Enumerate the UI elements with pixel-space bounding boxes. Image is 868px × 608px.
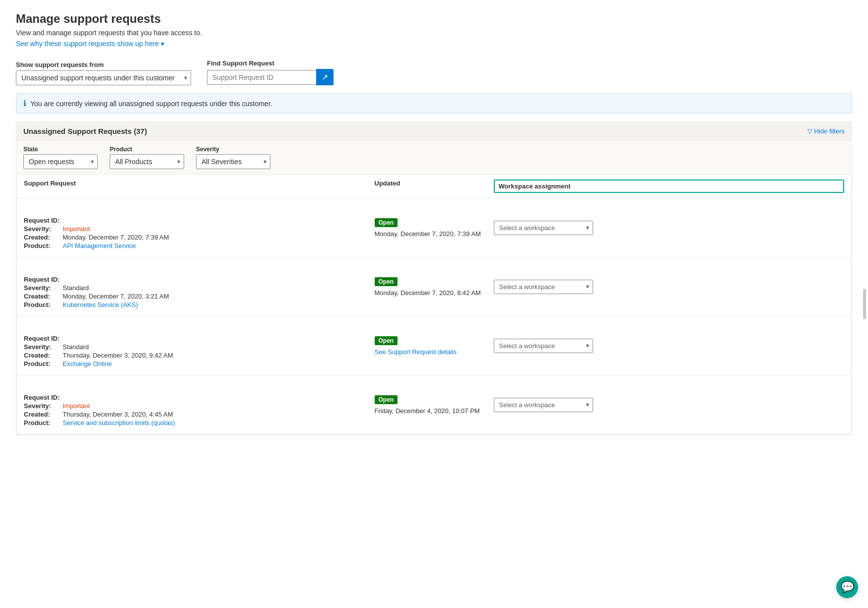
page-title: Manage support requests: [16, 12, 852, 26]
find-support-label: Find Support Request: [207, 60, 334, 67]
requests-table: Support Request Updated Workspace assign…: [16, 175, 852, 435]
table-row: ████████████████████████████████████████…: [17, 375, 851, 434]
workspace-cell: Select a workspace ▾: [494, 221, 845, 235]
request-title[interactable]: ████████████████████: [24, 323, 375, 331]
see-why-link[interactable]: See why these support requests show up h…: [16, 40, 164, 48]
info-icon: ℹ: [23, 99, 26, 108]
request-meta: Request ID: ████████████ Severity: Impor…: [24, 216, 375, 250]
request-title[interactable]: ██████████████████████████: [24, 205, 375, 213]
workspace-select[interactable]: Select a workspace: [494, 398, 593, 412]
filters-row: State Open requests ▾ Product All Produc…: [16, 141, 852, 175]
status-badge: Open: [375, 218, 398, 227]
info-banner-text: You are currently viewing all unassigned…: [30, 100, 272, 108]
updated-cell: Open Friday, December 4, 2020, 10:07 PM: [375, 395, 494, 415]
find-support-group: Find Support Request ↗: [207, 60, 334, 85]
request-meta: Request ID: ████████████ Severity: Stand…: [24, 275, 375, 309]
updated-cell: Open Monday, December 7, 2020, 7:39 AM: [375, 218, 494, 238]
product-filter-select[interactable]: All Products: [110, 154, 184, 169]
support-request-col-header: Support Request: [24, 180, 375, 193]
request-meta: Request ID: ████████████ Severity: Stand…: [24, 334, 375, 368]
filter-icon: ▽: [807, 127, 812, 135]
request-title[interactable]: ████████████████████████████████████████…: [24, 382, 375, 390]
hide-filters-button[interactable]: ▽ Hide filters: [807, 127, 845, 135]
table-row: ██████████████████████████ Request ID: █…: [17, 198, 851, 257]
severity-filter-wrapper: All Severities ▾: [196, 154, 270, 169]
state-filter-select[interactable]: Open requests: [23, 154, 98, 169]
show-filter-group: Show support requests from Unassigned su…: [16, 61, 191, 85]
find-support-button[interactable]: ↗: [316, 69, 334, 85]
status-badge: Open: [375, 395, 398, 404]
request-title[interactable]: ████████████████████████████████████████…: [24, 264, 375, 272]
info-banner: ℹ You are currently viewing all unassign…: [16, 93, 852, 114]
request-info-cell: ██████████████████████████ Request ID: █…: [24, 205, 375, 250]
product-filter-item: Product All Products ▾: [110, 146, 184, 169]
workspace-select[interactable]: Select a workspace: [494, 280, 593, 294]
state-filter-item: State Open requests ▾: [23, 146, 98, 169]
table-header: Support Request Updated Workspace assign…: [17, 175, 851, 198]
workspace-cell: Select a workspace ▾: [494, 398, 845, 412]
state-filter-wrapper: Open requests ▾: [23, 154, 98, 169]
show-filter-wrapper: Unassigned support requests under this c…: [16, 70, 191, 85]
table-section: Unassigned Support Requests (37) ▽ Hide …: [16, 122, 852, 435]
request-info-cell: ████████████████████ Request ID: ███████…: [24, 323, 375, 368]
product-filter-label: Product: [110, 146, 184, 153]
status-badge: Open: [375, 277, 398, 286]
updated-cell: Open See Support Request details: [375, 336, 494, 356]
show-filter-label: Show support requests from: [16, 61, 191, 68]
page-subtitle: View and manage support requests that yo…: [16, 29, 852, 37]
workspace-select[interactable]: Select a workspace: [494, 339, 593, 353]
see-details-link[interactable]: See Support Request details: [375, 348, 494, 356]
filter-row: Show support requests from Unassigned su…: [16, 60, 852, 85]
table-row: ████████████████████ Request ID: ███████…: [17, 316, 851, 375]
state-filter-label: State: [23, 146, 98, 153]
workspace-assignment-col-header: Workspace assignment: [494, 180, 845, 193]
table-row: ████████████████████████████████████████…: [17, 257, 851, 316]
severity-filter-label: Severity: [196, 146, 270, 153]
request-info-cell: ████████████████████████████████████████…: [24, 382, 375, 427]
status-badge: Open: [375, 336, 398, 345]
support-request-id-input[interactable]: [207, 70, 316, 85]
chevron-down-icon: ▾: [161, 40, 164, 48]
updated-col-header: Updated: [375, 180, 494, 193]
find-support-input-row: ↗: [207, 69, 334, 85]
severity-filter-item: Severity All Severities ▾: [196, 146, 270, 169]
updated-cell: Open Monday, December 7, 2020, 8:42 AM: [375, 277, 494, 297]
section-title: Unassigned Support Requests (37): [23, 127, 147, 135]
workspace-select[interactable]: Select a workspace: [494, 221, 593, 235]
workspace-cell: Select a workspace ▾: [494, 280, 845, 294]
request-meta: Request ID: ████████████ Severity: Impor…: [24, 393, 375, 427]
show-filter-select[interactable]: Unassigned support requests under this c…: [16, 70, 191, 85]
product-filter-wrapper: All Products ▾: [110, 154, 184, 169]
scrollbar[interactable]: [863, 289, 866, 319]
severity-filter-select[interactable]: All Severities: [196, 154, 270, 169]
external-link-icon: ↗: [322, 72, 328, 82]
workspace-cell: Select a workspace ▾: [494, 339, 845, 353]
request-info-cell: ████████████████████████████████████████…: [24, 264, 375, 309]
section-header: Unassigned Support Requests (37) ▽ Hide …: [16, 122, 852, 141]
